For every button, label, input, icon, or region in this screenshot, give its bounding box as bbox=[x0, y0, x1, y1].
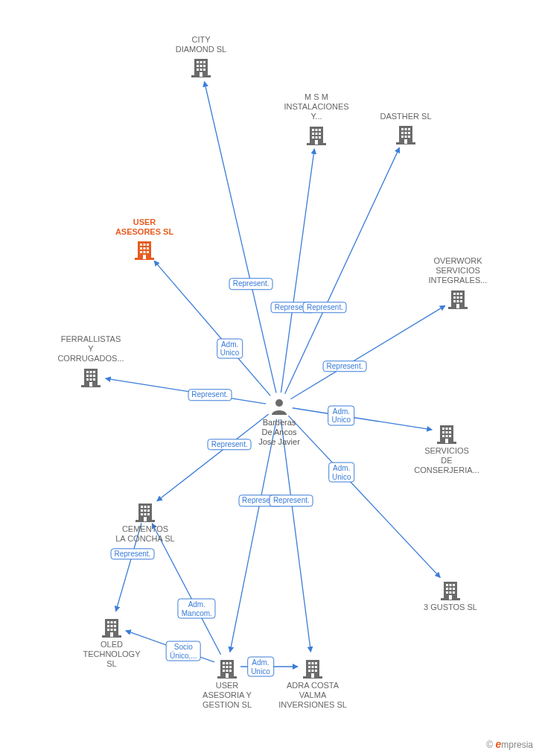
svg-rect-88 bbox=[144, 506, 147, 508]
svg-rect-90 bbox=[141, 509, 143, 512]
svg-rect-23 bbox=[319, 136, 321, 139]
svg-rect-11 bbox=[203, 69, 205, 71]
svg-rect-54 bbox=[453, 296, 456, 299]
svg-rect-8 bbox=[203, 65, 205, 67]
svg-rect-136 bbox=[312, 662, 314, 664]
svg-rect-45 bbox=[140, 251, 142, 253]
svg-rect-139 bbox=[312, 666, 314, 668]
edge-line bbox=[154, 261, 270, 396]
company-node-msm[interactable]: M S M INSTALACIONES Y... bbox=[275, 92, 357, 147]
svg-rect-70 bbox=[90, 378, 92, 381]
svg-rect-111 bbox=[107, 621, 109, 623]
svg-rect-35 bbox=[408, 136, 410, 138]
svg-rect-100 bbox=[450, 584, 452, 586]
svg-rect-42 bbox=[140, 247, 142, 250]
svg-rect-36 bbox=[404, 139, 407, 144]
svg-rect-77 bbox=[449, 428, 451, 430]
svg-rect-67 bbox=[90, 375, 92, 377]
company-node-ferrallistas[interactable]: FERRALLISTAS Y CORRUGADOS... bbox=[50, 334, 132, 390]
svg-rect-47 bbox=[147, 251, 149, 253]
edge-line bbox=[230, 419, 277, 652]
svg-rect-142 bbox=[312, 670, 314, 672]
svg-rect-58 bbox=[457, 300, 459, 302]
svg-rect-7 bbox=[200, 65, 203, 67]
svg-rect-15 bbox=[312, 129, 314, 131]
svg-rect-93 bbox=[141, 513, 143, 515]
edge-label: Represent. bbox=[323, 360, 367, 372]
svg-rect-144 bbox=[311, 673, 314, 678]
svg-rect-30 bbox=[401, 132, 404, 134]
svg-rect-10 bbox=[200, 69, 203, 71]
edge-line bbox=[204, 81, 275, 393]
svg-rect-31 bbox=[405, 132, 407, 134]
svg-rect-53 bbox=[460, 293, 462, 295]
svg-rect-55 bbox=[457, 296, 459, 299]
company-label: OVERWORK SERVICIOS INTEGRALES... bbox=[417, 256, 499, 286]
svg-rect-103 bbox=[450, 588, 452, 590]
company-label: 3 GUSTOS SL bbox=[409, 603, 491, 612]
svg-rect-125 bbox=[229, 662, 232, 664]
svg-rect-115 bbox=[111, 625, 113, 627]
svg-rect-41 bbox=[147, 244, 149, 246]
edge-label: Represent. bbox=[229, 278, 273, 290]
svg-rect-129 bbox=[223, 670, 225, 672]
svg-rect-16 bbox=[316, 129, 318, 131]
company-node-overwork[interactable]: OVERWORK SERVICIOS INTEGRALES... bbox=[417, 256, 499, 311]
diagram-canvas: Barderas De Ancos Jose JavierCITY DIAMON… bbox=[0, 0, 542, 756]
svg-rect-102 bbox=[446, 588, 448, 590]
company-label: OLED TECHNOLOGY SL bbox=[71, 640, 153, 670]
svg-rect-140 bbox=[315, 666, 317, 668]
svg-rect-80 bbox=[449, 431, 451, 433]
copyright-symbol: © bbox=[486, 740, 493, 750]
edge-label: Represent. bbox=[270, 495, 313, 506]
company-label: CITY DIAMOND SL bbox=[160, 35, 242, 54]
edge-line bbox=[281, 419, 310, 652]
svg-rect-52 bbox=[457, 293, 459, 295]
svg-rect-132 bbox=[226, 673, 229, 678]
svg-rect-137 bbox=[315, 662, 317, 664]
company-node-cementos[interactable]: CEMENTOS LA CONCHA SL bbox=[104, 499, 186, 544]
company-node-3gustos[interactable]: 3 GUSTOS SL bbox=[409, 577, 491, 612]
svg-rect-92 bbox=[147, 509, 150, 512]
svg-rect-69 bbox=[86, 378, 89, 381]
svg-rect-76 bbox=[446, 428, 448, 430]
svg-rect-84 bbox=[445, 439, 448, 443]
person-node-center[interactable]: Barderas De Ancos Jose Javier bbox=[242, 396, 316, 448]
svg-rect-131 bbox=[229, 670, 232, 672]
svg-rect-126 bbox=[223, 666, 225, 668]
svg-rect-124 bbox=[226, 662, 229, 664]
edge-label: Represent. bbox=[303, 302, 347, 314]
svg-rect-104 bbox=[453, 588, 455, 590]
svg-rect-72 bbox=[89, 382, 92, 387]
svg-rect-91 bbox=[144, 509, 147, 512]
svg-rect-6 bbox=[197, 65, 199, 67]
svg-rect-43 bbox=[144, 247, 146, 250]
svg-rect-143 bbox=[315, 670, 317, 672]
svg-rect-101 bbox=[453, 584, 455, 586]
svg-rect-87 bbox=[141, 506, 143, 508]
svg-rect-105 bbox=[446, 591, 448, 594]
company-node-user-asesores[interactable]: USER ASESORES SL bbox=[103, 217, 185, 262]
svg-rect-68 bbox=[93, 375, 95, 377]
svg-rect-66 bbox=[86, 375, 89, 377]
company-node-dasther[interactable]: DASTHER SL bbox=[365, 112, 447, 147]
svg-rect-96 bbox=[144, 517, 147, 521]
svg-rect-33 bbox=[401, 136, 404, 138]
brand-rest: mpresia bbox=[501, 740, 533, 750]
svg-rect-65 bbox=[93, 371, 95, 373]
company-node-city-diamond[interactable]: CITY DIAMOND SL bbox=[160, 35, 242, 80]
svg-point-0 bbox=[275, 399, 283, 407]
company-node-user-asesoria[interactable]: USER ASESORIA Y GESTION SL bbox=[186, 655, 268, 711]
company-label: DASTHER SL bbox=[365, 112, 447, 121]
company-node-adra[interactable]: ADRA COSTA VALMA INVERSIONES SL bbox=[272, 655, 354, 711]
svg-rect-130 bbox=[226, 670, 229, 672]
svg-rect-32 bbox=[408, 132, 410, 134]
company-node-oled[interactable]: OLED TECHNOLOGY SL bbox=[71, 614, 153, 670]
company-node-servicios-cons[interactable]: SERVICIOS DE CONSERJERIA... bbox=[406, 421, 488, 476]
svg-rect-127 bbox=[226, 666, 229, 668]
edge-label: Adm. Unico bbox=[328, 405, 355, 425]
svg-rect-5 bbox=[203, 61, 205, 63]
svg-rect-79 bbox=[446, 431, 448, 433]
svg-rect-95 bbox=[147, 513, 150, 515]
company-label: CEMENTOS LA CONCHA SL bbox=[104, 524, 186, 544]
